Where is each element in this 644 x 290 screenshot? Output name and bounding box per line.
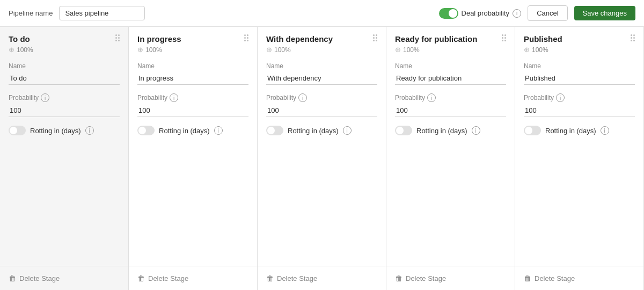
- rotting-info-icon-to-do[interactable]: i: [85, 126, 94, 135]
- delete-stage-label-published: Delete Stage: [535, 274, 575, 282]
- delete-stage-button-ready-for-publication[interactable]: 🗑 Delete Stage: [395, 274, 446, 282]
- stage-title-to-do: To do: [9, 34, 33, 44]
- name-label-ready-for-publication: Name: [395, 62, 506, 70]
- probability-info-icon-in-progress[interactable]: i: [170, 93, 178, 102]
- stage-percent-with-dependency: ⊕ 100%: [266, 46, 333, 54]
- name-input-in-progress[interactable]: [137, 72, 248, 85]
- stages-container: To do ⊕ 100% Name: [0, 27, 644, 290]
- stage-header-with-dependency: With dependency ⊕ 100%: [258, 27, 386, 58]
- save-button[interactable]: Save changes: [574, 6, 635, 20]
- name-field-group-published: Name: [524, 62, 635, 85]
- rotting-toggle-with-dependency[interactable]: [266, 126, 283, 135]
- trash-icon-in-progress: 🗑: [137, 274, 145, 282]
- stage-header-ready-for-publication: Ready for publication ⊕ 100%: [386, 27, 515, 58]
- name-label-to-do: Name: [9, 62, 120, 70]
- probability-info-icon-ready-for-publication[interactable]: i: [427, 93, 436, 102]
- drag-handle-with-dependency[interactable]: [373, 34, 377, 41]
- stage-header-to-do: To do ⊕ 100%: [0, 27, 128, 58]
- rotting-info-icon-ready-for-publication[interactable]: i: [472, 126, 480, 135]
- delete-stage-button-in-progress[interactable]: 🗑 Delete Stage: [137, 274, 188, 282]
- rotting-label-in-progress: Rotting in (days): [159, 127, 210, 135]
- stage-footer-published: 🗑 Delete Stage: [515, 266, 643, 290]
- percent-icon-with-dependency: ⊕: [266, 46, 272, 54]
- probability-info-icon-to-do[interactable]: i: [41, 93, 49, 102]
- rotting-toggle-published[interactable]: [524, 126, 541, 135]
- name-label-in-progress: Name: [137, 62, 248, 70]
- deal-probability-info-icon[interactable]: i: [513, 9, 521, 18]
- pipeline-name-input[interactable]: [59, 6, 145, 20]
- stage-header-published: Published ⊕ 100%: [515, 27, 643, 58]
- probability-label-with-dependency: Probability: [266, 94, 296, 102]
- probability-label-ready-for-publication: Probability: [395, 94, 425, 102]
- probability-input-with-dependency[interactable]: [266, 104, 377, 117]
- stage-body-ready-for-publication: Name Probability i Rotting in (days) i: [386, 58, 515, 266]
- stage-col-published: Published ⊕ 100% Name: [515, 27, 644, 290]
- stage-col-to-do: To do ⊕ 100% Name: [0, 27, 129, 290]
- stage-title-published: Published: [524, 34, 562, 44]
- rotting-info-icon-in-progress[interactable]: i: [214, 126, 223, 135]
- drag-handle-in-progress[interactable]: [244, 34, 248, 41]
- probability-input-ready-for-publication[interactable]: [395, 104, 506, 117]
- name-label-published: Name: [524, 62, 635, 70]
- stage-percent-value-published: 100%: [532, 46, 548, 54]
- delete-stage-button-with-dependency[interactable]: 🗑 Delete Stage: [266, 274, 317, 282]
- stage-percent-ready-for-publication: ⊕ 100%: [395, 46, 477, 54]
- stage-body-published: Name Probability i Rotting in (days) i: [515, 58, 643, 266]
- probability-label-in-progress: Probability: [137, 94, 167, 102]
- delete-stage-button-to-do[interactable]: 🗑 Delete Stage: [9, 274, 60, 282]
- delete-stage-label-to-do: Delete Stage: [19, 274, 60, 282]
- probability-field-group-ready-for-publication: Probability i: [395, 93, 506, 117]
- rotting-info-icon-with-dependency[interactable]: i: [343, 126, 352, 135]
- drag-handle-to-do[interactable]: [115, 34, 120, 41]
- rotting-toggle-ready-for-publication[interactable]: [395, 126, 412, 135]
- stage-percent-to-do: ⊕ 100%: [9, 46, 33, 54]
- name-input-published[interactable]: [524, 72, 635, 85]
- rotting-row-published: Rotting in (days) i: [524, 126, 635, 135]
- rotting-row-ready-for-publication: Rotting in (days) i: [395, 126, 506, 135]
- name-input-ready-for-publication[interactable]: [395, 72, 506, 85]
- deal-probability-label: Deal probability: [462, 9, 510, 17]
- trash-icon-with-dependency: 🗑: [266, 274, 274, 282]
- stage-title-with-dependency: With dependency: [266, 34, 333, 44]
- drag-handle-published[interactable]: [631, 34, 635, 41]
- rotting-info-icon-published[interactable]: i: [601, 126, 609, 135]
- probability-label-to-do: Probability: [9, 94, 39, 102]
- rotting-label-to-do: Rotting in (days): [30, 127, 81, 135]
- probability-input-in-progress[interactable]: [137, 104, 248, 117]
- rotting-row-in-progress: Rotting in (days) i: [137, 126, 248, 135]
- stage-title-group-in-progress: In progress ⊕ 100%: [137, 34, 181, 54]
- name-field-group-ready-for-publication: Name: [395, 62, 506, 85]
- probability-info-icon-with-dependency[interactable]: i: [298, 93, 307, 102]
- probability-input-to-do[interactable]: [9, 104, 120, 117]
- stage-title-in-progress: In progress: [137, 34, 181, 44]
- percent-icon-in-progress: ⊕: [137, 46, 143, 54]
- stage-title-group-to-do: To do ⊕ 100%: [9, 34, 33, 54]
- probability-input-published[interactable]: [524, 104, 635, 117]
- stage-footer-to-do: 🗑 Delete Stage: [0, 266, 128, 290]
- probability-info-icon-published[interactable]: i: [556, 93, 565, 102]
- rotting-label-ready-for-publication: Rotting in (days): [416, 127, 467, 135]
- trash-icon-ready-for-publication: 🗑: [395, 274, 402, 282]
- probability-label-published: Probability: [524, 94, 554, 102]
- rotting-toggle-in-progress[interactable]: [137, 126, 155, 135]
- drag-handle-ready-for-publication[interactable]: [502, 34, 506, 41]
- delete-stage-button-published[interactable]: 🗑 Delete Stage: [524, 274, 575, 282]
- name-input-with-dependency[interactable]: [266, 72, 377, 85]
- deal-probability-toggle[interactable]: [439, 8, 458, 19]
- rotting-label-with-dependency: Rotting in (days): [288, 127, 339, 135]
- stage-footer-in-progress: 🗑 Delete Stage: [129, 266, 257, 290]
- stage-title-ready-for-publication: Ready for publication: [395, 34, 477, 44]
- stage-body-to-do: Name Probability i Rotting in (days) i: [0, 58, 128, 266]
- name-field-group-in-progress: Name: [137, 62, 248, 85]
- header-right: Deal probability i Cancel Save changes: [439, 5, 635, 21]
- stage-col-with-dependency: With dependency ⊕ 100% Name: [258, 27, 386, 290]
- stage-title-group-ready-for-publication: Ready for publication ⊕ 100%: [395, 34, 477, 54]
- name-input-to-do[interactable]: [9, 72, 120, 85]
- rotting-toggle-to-do[interactable]: [9, 126, 26, 135]
- cancel-button[interactable]: Cancel: [528, 5, 567, 21]
- stage-title-group-with-dependency: With dependency ⊕ 100%: [266, 34, 333, 54]
- stage-percent-value-to-do: 100%: [17, 46, 33, 54]
- stage-header-in-progress: In progress ⊕ 100%: [129, 27, 257, 58]
- probability-field-group-with-dependency: Probability i: [266, 93, 377, 117]
- percent-icon-ready-for-publication: ⊕: [395, 46, 401, 54]
